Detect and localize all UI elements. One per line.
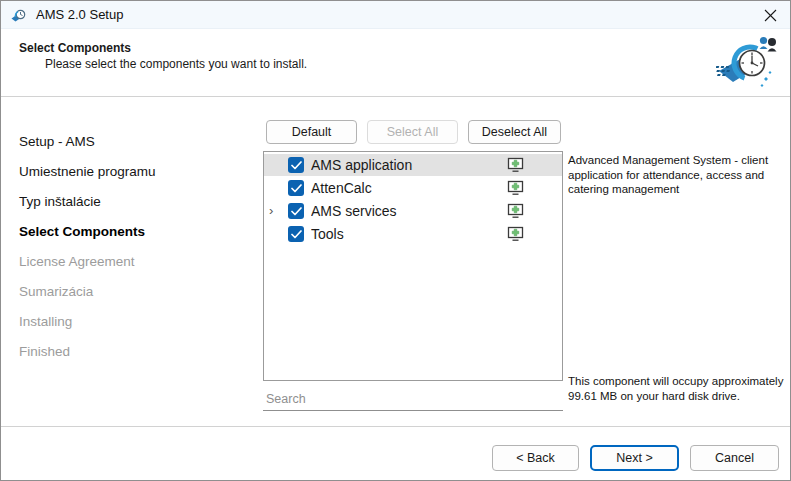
- wizard-step: Select Components: [19, 217, 249, 247]
- disk-space-note: This component will occupy approximately…: [568, 374, 784, 403]
- component-checkbox[interactable]: [288, 226, 304, 242]
- install-on-disk-icon[interactable]: [507, 157, 524, 173]
- wizard-step: Setup - AMS: [19, 127, 249, 157]
- search-input[interactable]: [263, 389, 563, 411]
- window-title: AMS 2.0 Setup: [36, 7, 123, 22]
- page-subtitle: Please select the components you want to…: [45, 57, 307, 71]
- default-button[interactable]: Default: [266, 120, 357, 144]
- wizard-step-label: Setup - AMS: [19, 134, 95, 149]
- ams-logo: [716, 33, 778, 91]
- component-label: Tools: [311, 226, 507, 242]
- install-on-disk-icon[interactable]: [507, 226, 524, 242]
- component-label: AttenCalc: [311, 180, 507, 196]
- wizard-step: Sumarizácia: [19, 277, 249, 307]
- footer-divider: [1, 426, 790, 427]
- titlebar: AMS 2.0 Setup: [1, 1, 790, 29]
- component-row[interactable]: › Tools: [264, 223, 562, 245]
- cancel-button[interactable]: Cancel: [690, 445, 779, 471]
- setup-wizard-window: AMS 2.0 Setup Select Components Please s…: [0, 0, 791, 481]
- wizard-step-label: Finished: [19, 344, 70, 359]
- wizard-step-label: Umiestnenie programu: [19, 164, 156, 179]
- wizard-step: Finished: [19, 337, 249, 367]
- component-tree: › AMS application ›: [263, 151, 563, 381]
- select-all-button[interactable]: Select All: [367, 120, 458, 144]
- wizard-step: License Agreement: [19, 247, 249, 277]
- wizard-step: Typ inštalácie: [19, 187, 249, 217]
- component-row[interactable]: › AttenCalc: [264, 177, 562, 199]
- wizard-step: Installing: [19, 307, 249, 337]
- wizard-step-label: Sumarizácia: [19, 284, 93, 299]
- check-icon: [291, 207, 302, 216]
- check-icon: [291, 161, 302, 170]
- back-button[interactable]: < Back: [492, 445, 579, 471]
- component-row[interactable]: › AMS services: [264, 200, 562, 222]
- check-icon: [291, 230, 302, 239]
- component-row[interactable]: › AMS application: [264, 154, 562, 176]
- component-label: AMS services: [311, 203, 507, 219]
- wizard-step-label: Installing: [19, 314, 72, 329]
- expand-chevron-icon[interactable]: ›: [269, 200, 288, 222]
- next-button[interactable]: Next >: [590, 445, 679, 471]
- install-on-disk-icon[interactable]: [507, 203, 524, 219]
- page-title: Select Components: [19, 41, 131, 55]
- close-button[interactable]: [750, 1, 790, 29]
- check-icon: [291, 184, 302, 193]
- wizard-step-label: License Agreement: [19, 254, 135, 269]
- install-on-disk-icon[interactable]: [507, 180, 524, 196]
- component-label: AMS application: [311, 157, 507, 173]
- app-icon: [11, 7, 27, 23]
- component-checkbox[interactable]: [288, 157, 304, 173]
- deselect-all-button[interactable]: Deselect All: [468, 120, 561, 144]
- close-icon: [764, 9, 777, 22]
- wizard-step: Umiestnenie programu: [19, 157, 249, 187]
- component-description: Advanced Management System - client appl…: [568, 153, 784, 197]
- component-checkbox[interactable]: [288, 180, 304, 196]
- wizard-step-label: Select Components: [19, 224, 145, 239]
- component-checkbox[interactable]: [288, 203, 304, 219]
- wizard-header: Select Components Please select the comp…: [1, 30, 790, 97]
- wizard-steps: Setup - AMS Umiestnenie programu Typ inš…: [19, 127, 249, 367]
- wizard-step-label: Typ inštalácie: [19, 194, 101, 209]
